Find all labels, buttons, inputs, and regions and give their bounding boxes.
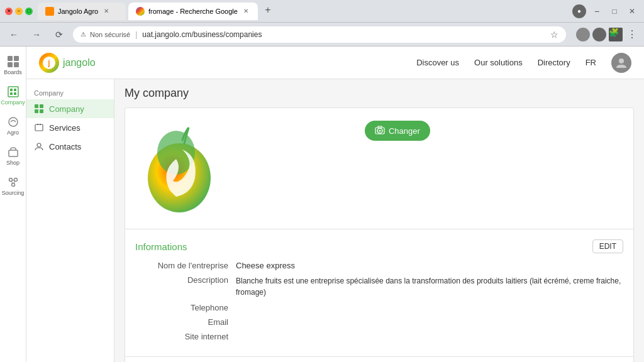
svg-point-11 [9, 178, 12, 182]
svg-rect-2 [8, 62, 13, 67]
svg-rect-21 [40, 104, 43, 108]
shop-icon [7, 146, 19, 158]
url-text: uat.jangolo.cm/business/companies [142, 30, 262, 39]
maximize-window-btn[interactable]: □ [25, 8, 33, 15]
svg-point-13 [11, 184, 14, 187]
telephone-label: Telephone [135, 303, 236, 312]
discover-us-link[interactable]: Discover us [416, 58, 459, 67]
change-photo-button[interactable]: Changer [365, 121, 430, 141]
agro-icon [7, 116, 19, 128]
svg-rect-3 [14, 62, 19, 67]
tab-bar: Jangolo Agro ✕ fromage - Recherche Googl… [38, 3, 567, 20]
company-label: Company [1, 99, 25, 106]
tab-google[interactable]: fromage - Recherche Google ✕ [128, 3, 258, 20]
back-btn[interactable]: ← [5, 26, 23, 43]
description-label: Description [135, 275, 236, 298]
company-logo [135, 118, 223, 219]
contacts-icon [34, 141, 44, 151]
browser-action-buttons: ● − □ ✕ [572, 4, 639, 18]
email-value [236, 317, 623, 327]
boards-icon [7, 55, 19, 68]
svg-rect-20 [35, 104, 38, 108]
refresh-btn[interactable]: ⟳ [50, 26, 68, 43]
sidebar-item-contacts[interactable]: Contacts [26, 137, 114, 156]
close-window-btn[interactable]: ✕ [5, 8, 13, 15]
sidebar-item-company[interactable]: Company [26, 99, 114, 118]
svg-rect-22 [35, 109, 38, 113]
sidebar-item-agro[interactable]: Agro [1, 112, 25, 140]
our-solutions-link[interactable]: Our solutions [474, 58, 523, 67]
svg-rect-10 [9, 150, 18, 156]
sidebar-item-sourcing[interactable]: Sourcing [1, 172, 25, 200]
sidebar-item-company[interactable]: Company [1, 82, 25, 109]
svg-rect-6 [14, 89, 16, 91]
svg-text:j: j [47, 58, 50, 67]
tab-close-google-btn[interactable]: ✕ [242, 7, 250, 16]
svg-rect-25 [37, 124, 38, 125]
company-page: My company [114, 79, 644, 362]
description-value: Blanche fruits est une entreprise spécia… [236, 275, 623, 298]
browser-minimize-btn[interactable]: − [590, 4, 604, 18]
shop-label: Shop [6, 160, 19, 166]
agro-label: Agro [7, 129, 19, 136]
tab-close-btn[interactable]: ✕ [102, 7, 111, 16]
informations-edit-button[interactable]: EDIT [592, 239, 623, 253]
main-content: My company [114, 79, 644, 362]
svg-rect-0 [8, 56, 13, 61]
icon-sidebar: Boards Company Agro Shop Sourcing [0, 47, 26, 362]
address-input-area[interactable]: ⚠ Non sécurisé | uat.jangolo.cm/business… [73, 26, 566, 43]
forward-btn[interactable]: → [28, 26, 45, 43]
tab-favicon [45, 7, 54, 16]
telephone-value [236, 303, 623, 312]
sidebar-item-shop[interactable]: Shop [1, 142, 25, 170]
company-logo-section: Changer [125, 108, 633, 229]
sidebar-item-boards[interactable]: Boards [1, 52, 25, 79]
company-icon [7, 85, 19, 98]
svg-rect-8 [14, 92, 16, 95]
company-nav-label: Company [49, 104, 84, 114]
svg-rect-5 [10, 89, 13, 91]
field-nom-entreprise: Nom de l'entreprise Cheese express [135, 261, 623, 270]
email-label: Email [135, 317, 236, 327]
boards-label: Boards [4, 69, 22, 75]
browser-close-btn[interactable]: ✕ [625, 4, 639, 18]
svg-rect-24 [35, 124, 43, 131]
ext-icon-2[interactable] [592, 28, 606, 41]
content-area: j jangolo Discover us Our solutions Dire… [26, 47, 644, 362]
company-grid-icon [34, 104, 44, 114]
browser-record-btn[interactable]: ● [572, 4, 586, 18]
browser-restore-btn[interactable]: □ [608, 4, 621, 18]
field-telephone: Telephone [135, 303, 623, 312]
browser-menu-btn[interactable]: ⋮ [625, 28, 639, 41]
user-avatar[interactable] [611, 53, 631, 73]
window-controls: ✕ − □ [5, 8, 33, 15]
segments-section: Segments EDIT Segments Consommation [125, 356, 633, 362]
minimize-window-btn[interactable]: − [15, 8, 23, 15]
info-header: Informations EDIT [135, 239, 623, 253]
tab-jangolo[interactable]: Jangolo Agro ✕ [38, 3, 126, 20]
svg-point-12 [14, 178, 17, 182]
sidebar-section-title: Company [26, 84, 114, 99]
security-label: Non sécurisé [90, 31, 130, 38]
nom-entreprise-value: Cheese express [236, 261, 623, 270]
ext-puzzle-icon[interactable]: 🧩 [609, 28, 623, 41]
informations-title: Informations [135, 241, 187, 252]
new-tab-button[interactable]: + [260, 3, 275, 18]
security-icon: ⚠ [80, 31, 86, 38]
directory-link[interactable]: Directory [538, 58, 570, 67]
svg-rect-23 [40, 109, 43, 113]
main-layout: Boards Company Agro Shop Sourcing [0, 47, 644, 362]
ext-icon-1[interactable] [576, 28, 590, 41]
site-internet-label: Site internet [135, 332, 236, 341]
svg-point-27 [37, 143, 41, 147]
browser-chrome: ✕ − □ Jangolo Agro ✕ fromage - Recherche… [0, 0, 644, 23]
tab-favicon-google [136, 7, 145, 16]
logo-circle: j [39, 53, 59, 73]
tab-label-google: fromage - Recherche Google [148, 8, 238, 15]
bookmark-icon[interactable]: ☆ [550, 30, 558, 40]
site-internet-value [236, 332, 623, 341]
sidebar-item-services[interactable]: Services [26, 118, 114, 137]
contacts-nav-label: Contacts [49, 142, 81, 151]
language-btn[interactable]: FR [586, 58, 596, 67]
field-email: Email [135, 317, 623, 327]
